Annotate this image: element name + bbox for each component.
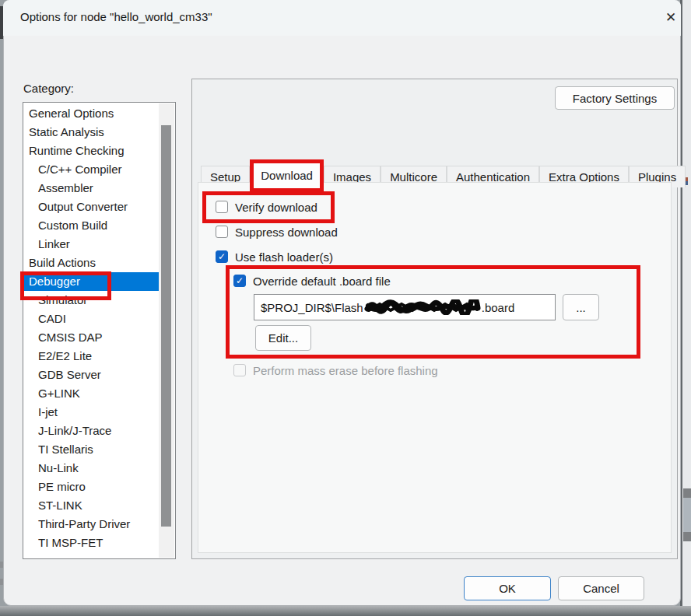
background-scrollbar-sliver: [683, 498, 691, 532]
use-flash-loaders-label: Use flash loader(s): [235, 250, 333, 264]
cancel-button[interactable]: Cancel: [558, 576, 644, 600]
checkmark-icon: ✓: [218, 252, 226, 261]
category-item-glink[interactable]: G+LINK: [23, 384, 159, 403]
use-flash-loaders-checkbox[interactable]: ✓: [216, 250, 228, 263]
suppress-download-row: Suppress download: [216, 224, 338, 240]
category-item-jlink[interactable]: J-Link/J-Trace: [23, 422, 159, 440]
factory-settings-button[interactable]: Factory Settings: [555, 86, 675, 110]
verify-download-row: Verify download: [216, 199, 317, 215]
category-label: Category:: [23, 82, 74, 95]
list-scrollbar-thumb[interactable]: [161, 125, 171, 527]
list-scrollbar-track[interactable]: [159, 103, 174, 558]
override-board-row: ✓ Override default .board file: [233, 273, 391, 289]
board-file-input[interactable]: $PROJ_DIR$\Flash .board: [254, 294, 556, 320]
category-item-third-party[interactable]: Third-Party Driver: [23, 515, 159, 534]
background-scrollbar-mark: [683, 532, 691, 541]
suppress-download-label: Suppress download: [235, 226, 338, 239]
redaction-scribble: [364, 299, 481, 315]
category-listbox[interactable]: General Options Static Analysis Runtime …: [23, 102, 176, 559]
category-item-st-link[interactable]: ST-LINK: [23, 496, 159, 515]
category-item-assembler[interactable]: Assembler: [23, 179, 159, 198]
browse-button[interactable]: ...: [563, 294, 599, 320]
use-flash-loaders-row: ✓ Use flash loader(s): [216, 249, 333, 264]
mass-erase-row: Perform mass erase before flashing: [233, 362, 438, 378]
category-item-build-actions[interactable]: Build Actions: [23, 254, 159, 272]
category-item-runtime-checking[interactable]: Runtime Checking: [23, 142, 159, 160]
override-board-label: Override default .board file: [253, 275, 391, 288]
options-panel: Factory Settings Setup Download Images M…: [191, 79, 678, 559]
category-item-ijet[interactable]: I-jet: [23, 403, 159, 422]
board-path-prefix: $PROJ_DIR$\Flash: [261, 301, 363, 314]
category-item-cmsis-dap[interactable]: CMSIS DAP: [23, 328, 159, 347]
background-bottom-strip: [0, 606, 691, 616]
checkmark-icon: ✓: [236, 276, 244, 285]
suppress-download-checkbox[interactable]: [216, 226, 228, 238]
verify-download-checkbox[interactable]: [216, 201, 228, 213]
category-item-gdb-server[interactable]: GDB Server: [23, 366, 159, 384]
category-item-cadi[interactable]: CADI: [23, 310, 159, 328]
mass-erase-checkbox: [233, 364, 246, 376]
edit-button[interactable]: Edit...: [255, 325, 311, 351]
dialog-title: Options for node "hello_world_cm33": [20, 10, 212, 23]
background-scrollbar-mark: [683, 488, 691, 498]
title-bar[interactable]: Options for node "hello_world_cm33" ✕: [3, 0, 681, 36]
ok-button[interactable]: OK: [464, 576, 551, 600]
verify-download-label: Verify download: [235, 201, 317, 214]
category-item-compiler[interactable]: C/C++ Compiler: [23, 160, 159, 179]
category-item-nu-link[interactable]: Nu-Link: [23, 459, 159, 478]
override-board-checkbox[interactable]: ✓: [233, 275, 246, 287]
category-item-ti-msp-fet[interactable]: TI MSP-FET: [23, 534, 159, 552]
category-item-e2-lite[interactable]: E2/E2 Lite: [23, 347, 159, 366]
tab-download[interactable]: Download: [250, 159, 324, 192]
category-item-pe-micro[interactable]: PE micro: [23, 478, 159, 496]
category-item-linker[interactable]: Linker: [23, 235, 159, 254]
close-icon[interactable]: ✕: [661, 8, 681, 28]
category-item-simulator[interactable]: Simulator: [23, 291, 159, 310]
category-item-ti-stellaris[interactable]: TI Stellaris: [23, 440, 159, 459]
category-item-output-converter[interactable]: Output Converter: [23, 198, 159, 216]
category-item-custom-build[interactable]: Custom Build: [23, 216, 159, 235]
category-item-static-analysis[interactable]: Static Analysis: [23, 123, 159, 142]
board-path-suffix: .board: [482, 301, 515, 314]
category-item-debugger[interactable]: Debugger: [23, 272, 159, 291]
category-item-general-options[interactable]: General Options: [23, 104, 159, 123]
mass-erase-label: Perform mass erase before flashing: [253, 364, 438, 377]
